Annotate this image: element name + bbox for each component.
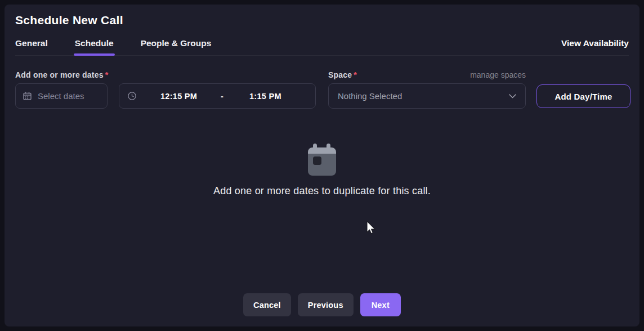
select-dates-input[interactable]	[15, 83, 108, 109]
add-day-time-button[interactable]: Add Day/Time	[536, 84, 630, 108]
tab-schedule[interactable]: Schedule	[75, 37, 114, 55]
calendar-empty-icon	[308, 144, 336, 176]
chevron-down-icon	[509, 94, 516, 99]
empty-state: Add one or more dates to duplicate for t…	[5, 144, 639, 197]
footer-actions: Cancel Previous Next	[5, 293, 639, 316]
required-asterisk: *	[105, 70, 109, 79]
space-label-row: Space* manage spaces	[328, 70, 526, 79]
dates-label-text: Add one or more dates	[15, 70, 104, 79]
dates-field-label: Add one or more dates*	[15, 70, 108, 79]
space-label-text: Space	[328, 70, 352, 79]
select-dates-field[interactable]	[38, 91, 100, 101]
calendar-icon	[23, 91, 32, 101]
cancel-button[interactable]: Cancel	[243, 293, 291, 316]
space-field-label: Space*	[328, 70, 357, 79]
space-select-value: Nothing Selected	[338, 91, 402, 101]
start-time-field[interactable]: 12:15 PM	[137, 92, 221, 101]
previous-button[interactable]: Previous	[298, 293, 354, 316]
tab-people-groups[interactable]: People & Groups	[141, 37, 212, 55]
next-button[interactable]: Next	[360, 293, 401, 316]
space-select[interactable]: Nothing Selected	[328, 83, 526, 109]
tab-bar: General Schedule People & Groups View Av…	[15, 37, 629, 56]
time-range-input[interactable]: 12:15 PM - 1:15 PM	[119, 83, 316, 109]
end-time-field[interactable]: 1:15 PM	[223, 92, 307, 101]
view-availability-link[interactable]: View Availability	[561, 37, 629, 55]
manage-spaces-link[interactable]: manage spaces	[470, 70, 526, 79]
tab-general[interactable]: General	[15, 37, 48, 55]
empty-state-message: Add one or more dates to duplicate for t…	[213, 185, 431, 197]
clock-icon	[127, 91, 137, 101]
page-title: Schedule New Call	[15, 14, 123, 27]
required-asterisk: *	[354, 70, 357, 79]
schedule-new-call-modal: Schedule New Call General Schedule Peopl…	[5, 5, 639, 326]
